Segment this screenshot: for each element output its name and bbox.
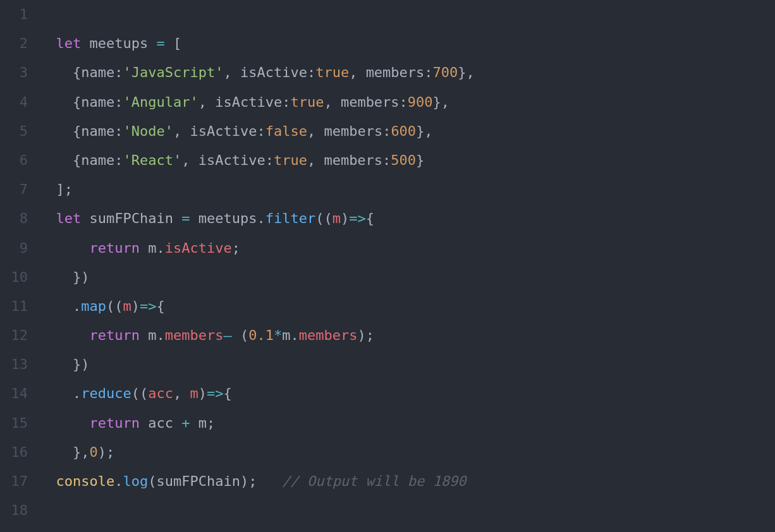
token-punct: , [307, 152, 324, 168]
line-number: 2 [0, 29, 28, 58]
line-number: 5 [0, 117, 28, 146]
token-punct: ); [357, 327, 374, 343]
line-number: 10 [0, 263, 28, 292]
token-punct: , [324, 94, 341, 110]
token-punct: . [156, 327, 164, 343]
token-punct: : [282, 94, 290, 110]
token-punct: }) [73, 269, 90, 285]
code-line[interactable]: return m.members– (0.1*m.members); [39, 321, 775, 350]
token-keyword: let [56, 210, 82, 226]
code-line[interactable]: {name:'Angular', isActive:true, members:… [39, 88, 775, 117]
token-string: 'React' [123, 152, 181, 168]
token-plain: m [140, 327, 157, 343]
token-op: * [274, 327, 282, 343]
token-punct: }, [458, 64, 475, 80]
token-punct: [ [173, 35, 181, 51]
token-punct: (( [131, 385, 149, 401]
token-punct: : [382, 152, 391, 168]
code-line[interactable]: ]; [39, 175, 775, 204]
token-punct: : [265, 152, 274, 168]
token-num: 0.1 [248, 327, 274, 343]
token-plain: meetups [190, 210, 257, 226]
token-punct: (( [315, 210, 333, 226]
line-number: 15 [0, 409, 28, 438]
code-line[interactable] [39, 496, 775, 525]
token-plain: members [324, 152, 382, 168]
token-punct: { [73, 152, 81, 168]
code-line[interactable]: {name:'JavaScript', isActive:true, membe… [39, 58, 775, 87]
token-keyword: return [89, 240, 139, 256]
token-string: 'Angular' [123, 94, 198, 110]
token-var: m [333, 210, 341, 226]
code-line[interactable]: {name:'React', isActive:true, members:50… [39, 146, 775, 175]
code-line[interactable]: }) [39, 350, 775, 379]
token-punct: : [400, 94, 408, 110]
token-op: – [223, 327, 231, 343]
token-plain: m [140, 240, 157, 256]
token-plain [165, 35, 173, 51]
token-bool: false [265, 123, 307, 139]
code-line[interactable] [39, 0, 775, 29]
token-punct: : [424, 64, 432, 80]
token-punct: ) [341, 210, 349, 226]
token-num: 700 [433, 64, 458, 80]
token-var: m [123, 298, 131, 314]
line-number: 14 [0, 379, 28, 408]
code-line[interactable]: .map((m)=>{ [39, 292, 775, 321]
token-const: console [56, 473, 115, 489]
line-number: 11 [0, 292, 28, 321]
token-num: 500 [391, 152, 416, 168]
token-punct: , [173, 123, 190, 139]
token-punct: . [156, 240, 164, 256]
token-punct: , [198, 94, 216, 110]
token-punct: , [307, 123, 324, 139]
token-op: => [207, 385, 224, 401]
token-punct: }, [416, 123, 433, 139]
token-bool: true [290, 94, 324, 110]
code-line[interactable]: return acc + m; [39, 409, 775, 438]
token-punct: : [307, 64, 315, 80]
token-punct: { [366, 210, 374, 226]
token-plain: isActive [198, 152, 265, 168]
code-line[interactable]: return m.isActive; [39, 234, 775, 263]
token-var: acc [148, 385, 173, 401]
token-punct: , [181, 152, 198, 168]
token-plain: sumFPChain [90, 210, 182, 226]
token-bool: true [315, 64, 349, 80]
token-punct: ; [207, 415, 215, 431]
token-func: log [123, 473, 148, 489]
token-punct: }, [73, 444, 90, 460]
line-number: 16 [0, 438, 28, 467]
line-number: 18 [0, 496, 28, 525]
code-line[interactable]: }) [39, 263, 775, 292]
code-line[interactable]: },0); [39, 438, 775, 467]
token-punct: . [114, 473, 123, 489]
token-plain: m [190, 415, 207, 431]
line-number-gutter: 123456789101112131415161718 [0, 0, 39, 532]
token-punct: ); [240, 473, 282, 489]
code-line[interactable]: {name:'Node', isActive:false, members:60… [39, 117, 775, 146]
token-punct: : [257, 123, 265, 139]
code-line[interactable]: .reduce((acc, m)=>{ [39, 379, 775, 408]
token-var: m [190, 385, 198, 401]
token-string: 'Node' [123, 123, 173, 139]
token-op: => [140, 298, 157, 314]
line-number: 7 [0, 175, 28, 204]
code-line[interactable]: console.log(sumFPChain); // Output will … [39, 467, 775, 496]
token-punct: ; [232, 240, 240, 256]
line-number: 1 [0, 0, 28, 29]
code-line[interactable]: let sumFPChain = meetups.filter((m)=>{ [39, 204, 775, 233]
token-op: = [156, 35, 164, 51]
token-plain: name [81, 152, 114, 168]
token-op: + [181, 415, 190, 431]
token-punct: : [114, 64, 123, 80]
line-number: 17 [0, 467, 28, 496]
token-op: => [349, 210, 366, 226]
line-number: 13 [0, 350, 28, 379]
code-content[interactable]: let meetups = [ {name:'JavaScript', isAc… [39, 0, 775, 532]
code-editor[interactable]: 123456789101112131415161718 let meetups … [0, 0, 775, 532]
token-plain: isActive [215, 94, 282, 110]
token-punct: } [416, 152, 424, 168]
code-line[interactable]: let meetups = [ [39, 29, 775, 58]
line-number: 6 [0, 146, 28, 175]
